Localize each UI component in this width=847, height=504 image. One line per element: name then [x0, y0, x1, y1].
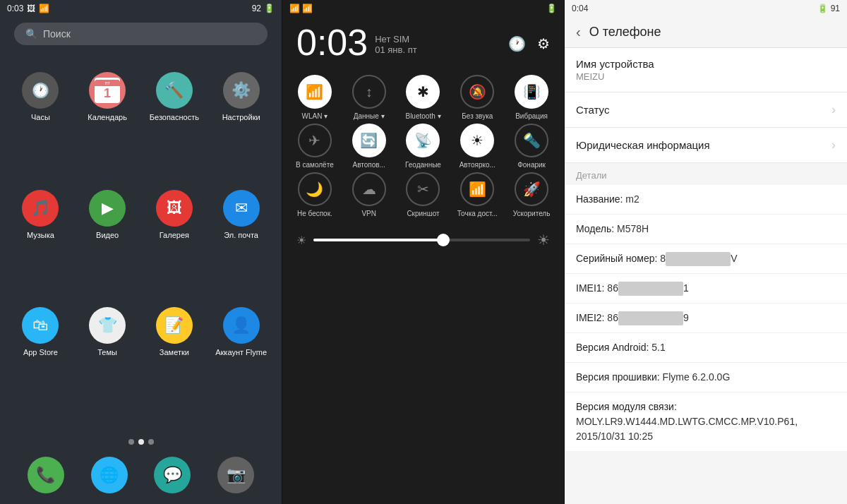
toggle-autobright[interactable]: ☀ Автоярко... — [452, 124, 503, 169]
back-button[interactable]: ‹ — [576, 24, 581, 40]
notif-status-bar: 📶 📶 🔋 — [282, 0, 564, 17]
toggle-autorotate[interactable]: 🔄 Автопов... — [344, 124, 395, 169]
brightness-track[interactable] — [313, 239, 530, 241]
app-gallery[interactable]: 🖼 Галерея — [141, 183, 208, 301]
autobright-circle: ☀ — [460, 124, 494, 157]
home-search-bar[interactable]: 🔍 Поиск — [14, 23, 268, 45]
app-music-label: Музыка — [27, 231, 54, 239]
toggle-wlan[interactable]: 📶 WLAN ▾ — [289, 75, 340, 120]
brightness-slider[interactable]: ☀ ☀ — [296, 232, 550, 248]
sim-line2: 01 янв. пт — [375, 44, 416, 55]
about-phone-screen: 0:04 🔋 91 ‹ О телефоне Имя устройства ME… — [565, 0, 847, 504]
toggle-airplane[interactable]: ✈ В самолёте — [289, 124, 340, 169]
app-account[interactable]: 👤 Аккаунт Flyme — [208, 300, 275, 418]
app-email[interactable]: ✉ Эл. почта — [208, 183, 275, 301]
detail-name: Название: m2 — [565, 185, 847, 215]
vibrate-label: Вибрация — [515, 112, 548, 120]
detail-modem: Версия модуля связи:MOLY.LR9.W1444.MD.LW… — [565, 392, 847, 451]
airplane-circle: ✈ — [298, 124, 332, 157]
quick-toggle-grid: 📶 WLAN ▾ ↕ Данные ▾ ✱ Bluetooth ▾ 🔕 Без … — [282, 68, 564, 224]
details-header: Детали — [565, 163, 847, 185]
app-video[interactable]: ▶ Видео — [74, 183, 141, 301]
device-name-row[interactable]: Имя устройства MEIZU — [565, 48, 847, 92]
legal-row[interactable]: Юридическая информация › — [565, 128, 847, 162]
brightness-low-icon: ☀ — [296, 234, 306, 247]
app-security[interactable]: 🔨 Безопасность — [141, 65, 208, 183]
silent-circle: 🔕 — [460, 75, 494, 109]
page-indicators — [128, 439, 154, 445]
app-notes[interactable]: 📝 Заметки — [141, 300, 208, 418]
notif-right-icons: 🕐 ⚙ — [508, 35, 550, 61]
toggle-vpn[interactable]: ☁ VPN — [344, 172, 395, 217]
dock-messages[interactable]: 💬 — [154, 457, 191, 493]
video-icon: ▶ — [89, 190, 126, 227]
toggle-booster[interactable]: 🚀 Ускоритель — [506, 172, 557, 217]
settings-icon[interactable]: ⚙ — [537, 35, 550, 52]
toggle-silent[interactable]: 🔕 Без звука — [452, 75, 503, 120]
detail-firmware: Версия прошивки: Flyme 6.2.0.0G — [565, 363, 847, 392]
about-status-bar: 0:04 🔋 91 — [565, 0, 847, 17]
home-screen: 0:03 🖼 📶 92 🔋 🔍 Поиск 🕐 Часы пт 1 Календ… — [0, 0, 282, 504]
legal-section: Юридическая информация › — [565, 128, 847, 163]
clock-icon: 🕐 — [22, 72, 59, 109]
dnd-label: Не беспок. — [297, 210, 332, 217]
app-gallery-label: Галерея — [160, 231, 189, 239]
settings-icon: ⚙️ — [223, 72, 260, 109]
wlan-circle: 📶 — [298, 75, 332, 109]
detail-imei2-text: IMEI2: 86██████████9 — [576, 312, 689, 323]
vibrate-circle: 📳 — [515, 75, 548, 109]
toggle-dnd[interactable]: 🌙 Не беспок. — [289, 172, 340, 217]
app-clock[interactable]: 🕐 Часы — [7, 65, 74, 183]
search-placeholder: Поиск — [43, 28, 71, 40]
email-icon: ✉ — [223, 190, 260, 227]
page-dot-2 — [138, 439, 144, 445]
app-video-label: Видео — [96, 231, 119, 239]
app-themes[interactable]: 👕 Темы — [74, 300, 141, 418]
detail-name-text: Название: m2 — [576, 193, 639, 205]
home-status-bar: 0:03 🖼 📶 92 🔋 — [0, 0, 282, 17]
app-appstore-label: App Store — [23, 348, 58, 356]
toggle-data[interactable]: ↕ Данные ▾ — [344, 75, 395, 120]
flashlight-label: Фонарик — [517, 161, 546, 169]
bluetooth-circle: ✱ — [406, 75, 440, 109]
alarm-icon[interactable]: 🕐 — [508, 35, 526, 52]
appstore-icon: 🛍 — [22, 307, 59, 344]
home-battery-icon: 🔋 — [264, 4, 275, 13]
home-photo-icon: 🖼 — [27, 4, 35, 13]
calendar-icon: пт 1 — [89, 72, 126, 109]
brightness-thumb[interactable] — [437, 234, 450, 246]
notif-status-right: 🔋 — [546, 4, 557, 13]
app-account-label: Аккаунт Flyme — [215, 348, 267, 356]
legal-chevron-icon: › — [831, 138, 836, 152]
dock-phone[interactable]: 📞 — [28, 457, 64, 493]
toggle-hotspot[interactable]: 📶 Точка дост... — [452, 172, 503, 217]
dock-camera[interactable]: 📷 — [217, 457, 254, 493]
toggle-geodata[interactable]: 📡 Геоданные — [398, 124, 449, 169]
detail-serial-text: Серийный номер: 8██████████V — [576, 253, 738, 264]
app-clock-label: Часы — [31, 113, 50, 121]
app-calendar[interactable]: пт 1 Календарь — [74, 65, 141, 183]
app-themes-label: Темы — [97, 348, 117, 356]
hotspot-label: Точка дост... — [457, 210, 498, 217]
device-name-value: MEIZU — [576, 71, 654, 82]
page-dot-3 — [148, 439, 154, 445]
home-battery-text: 92 — [252, 4, 261, 13]
status-row[interactable]: Статус › — [565, 92, 847, 127]
bluetooth-label: Bluetooth ▾ — [405, 112, 440, 120]
app-music[interactable]: 🎵 Музыка — [7, 183, 74, 301]
app-appstore[interactable]: 🛍 App Store — [7, 300, 74, 418]
device-name-content: Имя устройства MEIZU — [576, 58, 654, 82]
app-settings[interactable]: ⚙️ Настройки — [208, 65, 275, 183]
detail-android-text: Версия Android: 5.1 — [576, 342, 666, 353]
brightness-high-icon: ☀ — [537, 232, 550, 248]
toggle-vibrate[interactable]: 📳 Вибрация — [506, 75, 557, 120]
status-chevron-icon: › — [831, 102, 836, 117]
detail-modem-text: Версия модуля связи:MOLY.LR9.W1444.MD.LW… — [576, 401, 798, 442]
toggle-bluetooth[interactable]: ✱ Bluetooth ▾ — [398, 75, 449, 120]
notif-time-area: 0:03 Нет SIM 01 янв. пт 🕐 ⚙ — [282, 17, 564, 68]
autobright-label: Автоярко... — [459, 161, 495, 169]
toggle-flashlight[interactable]: 🔦 Фонарик — [506, 124, 557, 169]
notes-icon: 📝 — [156, 307, 193, 344]
toggle-screenshot[interactable]: ✂ Скриншот — [398, 172, 449, 217]
dock-browser[interactable]: 🌐 — [91, 457, 128, 493]
